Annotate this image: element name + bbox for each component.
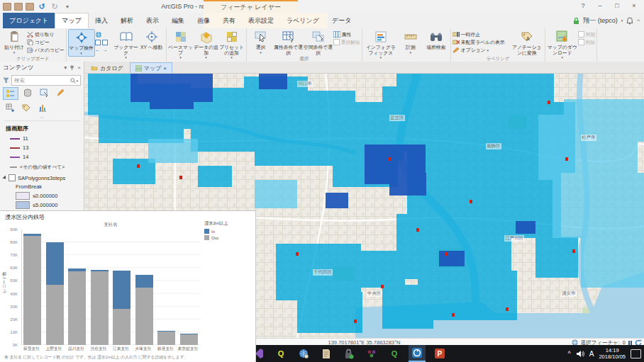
notifications-bell-icon[interactable]: [626, 17, 633, 25]
notes-icon[interactable]: [318, 346, 335, 361]
tab-project[interactable]: プロジェクト: [3, 13, 55, 28]
bar-col[interactable]: [91, 270, 109, 345]
view-tab-close-icon[interactable]: ×: [163, 65, 167, 72]
layer-checkbox[interactable]: [9, 174, 16, 181]
bar-col[interactable]: [180, 334, 198, 345]
convert-to-annotation-button[interactable]: A アノテーションに変換: [511, 29, 543, 55]
pause-drawing-icon[interactable]: [628, 341, 632, 345]
bar-segment-in[interactable]: [46, 242, 64, 285]
bar-col[interactable]: [113, 271, 131, 345]
bookmarks-button[interactable]: ブックマーク▾: [113, 29, 139, 61]
extent-nav-buttons[interactable]: ← →: [95, 46, 113, 54]
tab-edit[interactable]: 編集: [165, 13, 191, 28]
explore-tool-button[interactable]: マップ操作▾: [68, 29, 95, 57]
pin-icon[interactable]: [70, 65, 74, 71]
maximize-button[interactable]: □: [609, 0, 626, 11]
bar-col[interactable]: [68, 268, 86, 345]
tab-insert[interactable]: 挿入: [89, 13, 114, 28]
layer-item-sapolygons[interactable]: SAPolygonns3steps: [0, 173, 84, 183]
tab-analysis[interactable]: 解析: [114, 13, 140, 28]
bar-segment-out[interactable]: [91, 271, 109, 345]
qgis-yellow-icon[interactable]: Q: [272, 346, 289, 361]
list-by-snapping-button[interactable]: [3, 102, 17, 113]
fixed-zoom-buttons[interactable]: [95, 38, 113, 46]
view-tab-catalog[interactable]: カタログ: [86, 63, 128, 73]
attributes-button[interactable]: 属性: [333, 30, 360, 38]
bar-segment-out[interactable]: [180, 334, 198, 345]
tab-share[interactable]: 共有: [216, 13, 242, 28]
speaker-icon[interactable]: [576, 350, 584, 358]
bar-col[interactable]: [135, 275, 153, 345]
bar-segment-out[interactable]: [46, 285, 64, 345]
legend-line-item[interactable]: 13: [0, 143, 84, 152]
contents-splitter[interactable]: ︿: [4, 115, 79, 121]
copy-button[interactable]: コピー: [27, 38, 65, 46]
paste-button[interactable]: 貼り付け▾: [1, 29, 27, 55]
select-button[interactable]: 選択▾: [248, 29, 274, 55]
unplaced-labels-button[interactable]: 未配置ラベルの表示: [453, 38, 511, 46]
taskbar-clock[interactable]: 14:19 2018/10/05: [599, 347, 626, 360]
tab-view[interactable]: 表示: [140, 13, 165, 28]
bar-col[interactable]: [46, 242, 64, 345]
action-center-icon[interactable]: [631, 349, 641, 358]
bar-segment-out[interactable]: [68, 271, 86, 345]
arcmap-globe-icon[interactable]: [295, 346, 312, 361]
powerpoint-icon[interactable]: P: [431, 346, 448, 361]
pause-labeling-button[interactable]: 一時停止: [453, 30, 511, 38]
list-by-labeling-button[interactable]: [19, 102, 33, 113]
close-button[interactable]: ×: [626, 0, 643, 11]
legend-line-item[interactable]: <その他の値すべて>: [0, 162, 84, 173]
full-extent-button[interactable]: [95, 30, 113, 38]
color-dots-icon[interactable]: [363, 346, 380, 361]
hidden-icons-chevron-icon[interactable]: ^: [568, 350, 571, 357]
download-map-button[interactable]: マップのダウンロード▾: [547, 29, 578, 61]
legend-item-in[interactable]: In: [204, 228, 228, 234]
bar-segment-in[interactable]: [113, 271, 131, 309]
legend-line-item[interactable]: 11: [0, 134, 84, 143]
arcgis-pro-icon[interactable]: [409, 345, 426, 362]
signed-in-user[interactable]: 翔一 (tepco): [583, 16, 618, 26]
bar-segment-in[interactable]: [135, 275, 153, 287]
select-by-attributes-button[interactable]: 属性条件で選択: [274, 29, 304, 55]
help-button[interactable]: ?: [574, 0, 592, 11]
security-lock-icon[interactable]: [340, 346, 357, 361]
qgis-green-icon[interactable]: Q: [386, 346, 403, 361]
go-to-xy-button[interactable]: XY へ移動: [139, 29, 165, 50]
labeling-options-button[interactable]: オプション▾: [453, 46, 511, 54]
legend-item-out[interactable]: Out: [204, 234, 228, 241]
tab-map[interactable]: マップ: [55, 13, 89, 28]
select-by-location-button[interactable]: 空間条件で選択: [304, 29, 333, 55]
bar-segment-out[interactable]: [23, 236, 41, 345]
list-by-drawing-order-button[interactable]: [3, 87, 18, 100]
bar-col[interactable]: [157, 331, 175, 345]
pane-menu-icon[interactable]: ▾: [64, 64, 67, 71]
search-dropdown-icon[interactable]: ▾: [76, 79, 78, 83]
measure-button[interactable]: 計測▾: [398, 29, 423, 55]
legend-line-item[interactable]: 14: [0, 152, 84, 162]
collapse-ribbon-icon[interactable]: ^: [637, 18, 640, 24]
bar-segment-out[interactable]: [113, 309, 131, 345]
search-input[interactable]: 検索 ▾: [11, 75, 81, 86]
legend-class-item[interactable]: ≤5.000000: [0, 200, 84, 210]
bar-col[interactable]: [23, 234, 41, 345]
expand-icon[interactable]: [2, 175, 7, 180]
locate-button[interactable]: 場所検索: [423, 29, 449, 50]
add-data-button[interactable]: データの追加▾: [194, 29, 219, 61]
infographics-button[interactable]: インフォグラフィックス▾: [364, 29, 398, 61]
search-icon[interactable]: [70, 78, 76, 84]
list-by-editing-button[interactable]: [53, 87, 67, 98]
tab-imagery[interactable]: 画像: [191, 13, 216, 28]
filter-icon[interactable]: [3, 77, 9, 84]
bar-segment-out[interactable]: [135, 288, 153, 346]
tab-data[interactable]: データ: [326, 13, 357, 28]
tab-appearance[interactable]: 表示設定: [242, 13, 280, 28]
list-by-charts-button[interactable]: [35, 102, 50, 113]
chart-plot[interactable]: [21, 230, 201, 345]
add-preset-button[interactable]: プリセットの追加▾: [219, 29, 245, 61]
account-chevron-icon[interactable]: ▾: [621, 18, 623, 23]
basemap-button[interactable]: ベースマップ▾: [168, 29, 194, 61]
list-by-data-source-button[interactable]: [21, 87, 35, 98]
list-by-selection-button[interactable]: [37, 87, 51, 98]
view-tab-map[interactable]: マップ ×: [130, 62, 172, 73]
pane-close-icon[interactable]: ×: [77, 64, 81, 71]
